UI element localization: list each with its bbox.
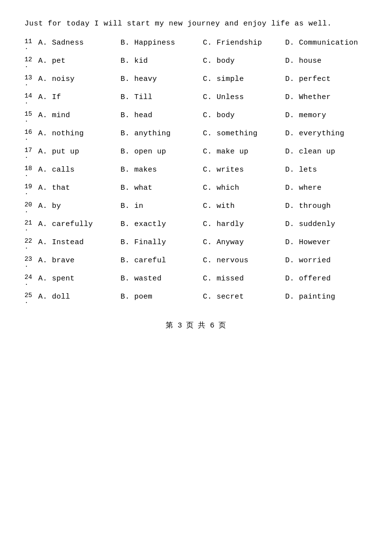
footer: 第 3 页 共 6 页 xyxy=(24,321,368,330)
question-22: 22.A. InsteadB. FinallyC. AnywayD. Howev… xyxy=(24,237,368,247)
question-dot-15: . xyxy=(24,116,28,124)
footer-text: 第 3 页 共 6 页 xyxy=(166,322,226,330)
option-18-C: C. writes xyxy=(203,166,285,174)
option-14-D: D. Whether xyxy=(285,93,368,101)
question-14: 14.A. IfB. TillC. UnlessD. Whether xyxy=(24,92,368,101)
option-25-B: B. poem xyxy=(121,293,203,301)
option-21-C: C. hardly xyxy=(203,220,285,228)
question-dot-23: . xyxy=(24,261,28,269)
questions-container: 11.A. SadnessB. HappinessC. FriendshipD.… xyxy=(24,38,368,301)
option-17-B: B. open up xyxy=(121,148,203,156)
question-25: 25.A. dollB. poemC. secretD. painting xyxy=(24,292,368,301)
question-dot-17: . xyxy=(24,152,28,160)
option-22-C: C. Anyway xyxy=(203,238,285,247)
question-dot-19: . xyxy=(24,189,28,196)
option-11-C: C. Friendship xyxy=(203,39,285,47)
question-dot-18: . xyxy=(24,171,28,178)
option-20-D: D. through xyxy=(285,202,368,210)
option-16-C: C. something xyxy=(203,129,285,138)
option-19-B: B. what xyxy=(121,184,203,192)
option-11-D: D. Communication xyxy=(285,39,368,47)
option-11-A: A. Sadness xyxy=(38,39,121,47)
option-19-C: C. which xyxy=(203,184,285,192)
options-row-16: A. nothingB. anythingC. somethingD. ever… xyxy=(24,128,368,138)
options-row-15: A. mindB. headC. bodyD. memory xyxy=(24,110,368,120)
option-14-B: B. Till xyxy=(121,93,203,101)
question-dot-21: . xyxy=(24,225,28,232)
options-row-18: A. callsB. makesC. writesD. lets xyxy=(24,165,368,174)
options-row-24: A. spentB. wastedC. missedD. offered xyxy=(24,274,368,283)
option-25-A: A. doll xyxy=(38,293,121,301)
options-row-22: A. InsteadB. FinallyC. AnywayD. However xyxy=(24,237,368,247)
question-16: 16.A. nothingB. anythingC. somethingD. e… xyxy=(24,128,368,138)
options-row-17: A. put upB. open upC. make upD. clean up xyxy=(24,147,368,156)
option-14-C: C. Unless xyxy=(203,93,285,101)
option-23-D: D. worried xyxy=(285,256,368,265)
question-dot-12: . xyxy=(24,62,28,69)
option-22-B: B. Finally xyxy=(121,238,203,247)
question-19: 19.A. thatB. whatC. whichD. where xyxy=(24,183,368,192)
question-18: 18.A. callsB. makesC. writesD. lets xyxy=(24,165,368,174)
option-25-D: D. painting xyxy=(285,293,368,301)
option-16-D: D. everything xyxy=(285,129,368,138)
options-row-12: A. petB. kidC. bodyD. house xyxy=(24,56,368,65)
option-12-A: A. pet xyxy=(38,57,121,65)
question-dot-13: . xyxy=(24,80,28,87)
header: Just for today I will start my new journ… xyxy=(24,20,368,28)
options-row-13: A. noisyB. heavyC. simpleD. perfect xyxy=(24,74,368,83)
option-23-B: B. careful xyxy=(121,256,203,265)
options-row-23: A. braveB. carefulC. nervousD. worried xyxy=(24,255,368,265)
question-dot-20: . xyxy=(24,207,28,214)
question-dot-24: . xyxy=(24,279,28,287)
option-16-A: A. nothing xyxy=(38,129,121,138)
option-18-D: D. lets xyxy=(285,166,368,174)
option-24-D: D. offered xyxy=(285,275,368,283)
option-23-C: C. nervous xyxy=(203,256,285,265)
option-13-D: D. perfect xyxy=(285,75,368,83)
options-row-11: A. SadnessB. HappinessC. FriendshipD. Co… xyxy=(24,38,368,47)
option-17-A: A. put up xyxy=(38,148,121,156)
option-12-B: B. kid xyxy=(121,57,203,65)
question-13: 13.A. noisyB. heavyC. simpleD. perfect xyxy=(24,74,368,83)
options-row-21: A. carefullyB. exactlyC. hardlyD. sudden… xyxy=(24,219,368,228)
question-dot-11: . xyxy=(24,44,28,51)
question-dot-25: . xyxy=(24,298,28,305)
option-25-C: C. secret xyxy=(203,293,285,301)
option-21-D: D. suddenly xyxy=(285,220,368,228)
question-15: 15.A. mindB. headC. bodyD. memory xyxy=(24,110,368,120)
option-18-A: A. calls xyxy=(38,166,121,174)
question-dot-22: . xyxy=(24,243,28,251)
option-23-A: A. brave xyxy=(38,256,121,265)
question-24: 24.A. spentB. wastedC. missedD. offered xyxy=(24,274,368,283)
option-20-C: C. with xyxy=(203,202,285,210)
question-17: 17.A. put upB. open upC. make upD. clean… xyxy=(24,147,368,156)
option-24-B: B. wasted xyxy=(121,275,203,283)
option-19-D: D. where xyxy=(285,184,368,192)
option-21-A: A. carefully xyxy=(38,220,121,228)
options-row-19: A. thatB. whatC. whichD. where xyxy=(24,183,368,192)
question-12: 12.A. petB. kidC. bodyD. house xyxy=(24,56,368,65)
option-24-A: A. spent xyxy=(38,275,121,283)
option-14-A: A. If xyxy=(38,93,121,101)
question-11: 11.A. SadnessB. HappinessC. FriendshipD.… xyxy=(24,38,368,47)
question-dot-16: . xyxy=(24,134,28,142)
option-15-B: B. head xyxy=(121,111,203,120)
option-16-B: B. anything xyxy=(121,129,203,138)
option-13-A: A. noisy xyxy=(38,75,121,83)
option-12-C: C. body xyxy=(203,57,285,65)
option-13-C: C. simple xyxy=(203,75,285,83)
question-20: 20.A. byB. inC. withD. through xyxy=(24,201,368,210)
option-17-C: C. make up xyxy=(203,148,285,156)
option-22-D: D. However xyxy=(285,238,368,247)
option-15-C: C. body xyxy=(203,111,285,120)
option-12-D: D. house xyxy=(285,57,368,65)
option-18-B: B. makes xyxy=(121,166,203,174)
option-15-D: D. memory xyxy=(285,111,368,120)
option-20-A: A. by xyxy=(38,202,121,210)
option-13-B: B. heavy xyxy=(121,75,203,83)
options-row-20: A. byB. inC. withD. through xyxy=(24,201,368,210)
question-21: 21.A. carefullyB. exactlyC. hardlyD. sud… xyxy=(24,219,368,228)
options-row-14: A. IfB. TillC. UnlessD. Whether xyxy=(24,92,368,101)
option-11-B: B. Happiness xyxy=(121,39,203,47)
option-20-B: B. in xyxy=(121,202,203,210)
